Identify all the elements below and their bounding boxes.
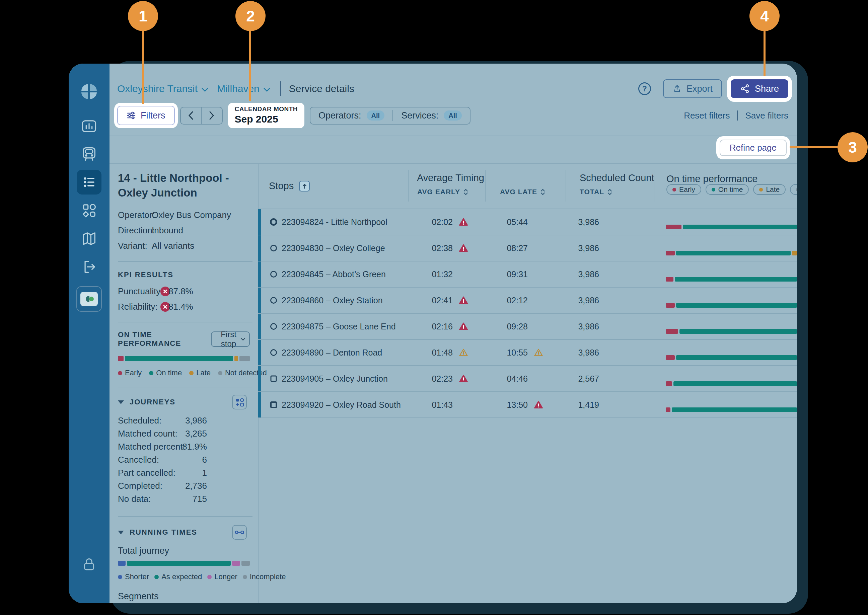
punctuality-value: 87.8% [169,286,193,297]
running-times-heading: RUNNING TIMES [130,528,197,537]
stops-table: Stops Average Timing AVG EARLY AVG LATE [258,163,797,603]
running-times-legend-label: Longer [214,573,237,581]
avg-early-value: 02:23 [409,374,453,384]
save-filters-button[interactable]: Save filters [745,111,788,121]
stat-value: 3,986 [167,415,207,426]
stop-label: 223094920 – Oxley Road South [282,400,401,410]
filter-chip-early[interactable]: Early [667,184,701,195]
arrow-up-icon [302,183,307,189]
avg-late-column-header[interactable]: AVG LATE [500,188,545,196]
journeys-stat-row: Completed:2,736 [118,481,250,494]
sort-icon [607,189,612,195]
operators-value-pill[interactable]: All [367,111,385,120]
journeys-matrix-button[interactable] [232,395,247,409]
logout-icon[interactable] [80,258,98,276]
lock-icon[interactable] [81,556,97,573]
table-row[interactable]: 223094830 – Oxley College02:3808:273,986 [258,235,797,261]
otp-bar-segment-early [118,356,123,361]
chip-label: On time [718,186,743,194]
filter-chip-not_detected[interactable]: Not detected [790,184,797,195]
otp-stop-selector[interactable]: First stop [211,331,250,347]
table-row[interactable]: 223094890 – Denton Road01:4810:553,986 [258,340,797,366]
stop-label: 223094845 – Abbot’s Green [282,270,386,279]
route-title: 14 - Little Northpool - Oxley Junction [118,171,250,200]
journeys-stat-row: No data:715 [118,494,250,507]
breadcrumb-organisation[interactable]: Oxleyshire Transit [117,83,198,94]
breadcrumb-region[interactable]: Millhaven [217,83,259,94]
refine-page-button[interactable]: Refine page [720,140,787,156]
avg-early-value: 01:48 [409,348,453,357]
previous-month-button[interactable] [181,108,202,124]
sidebar-item-services-active[interactable] [76,170,101,195]
total-column-header[interactable]: TOTAL [580,188,612,196]
running-times-header: RUNNING TIMES [118,525,250,540]
reliability-label: Reliability: [118,302,158,312]
avg-timing-group-header: Average Timing [417,172,484,183]
journeys-stat-row: Matched percent:81.9% [118,442,250,455]
punctuality-row: Punctuality: 87.8% [118,286,250,297]
divider [566,170,566,201]
warning-icon-red [459,322,468,331]
row-otp-segment-on_time [679,329,797,334]
otp-heading: ON TIME PERFORMANCE [118,331,211,348]
filter-chip-on_time[interactable]: On time [706,184,749,195]
partner-app-button[interactable] [76,286,102,312]
bar-chart-icon[interactable] [80,117,98,135]
avg-early-warning [459,348,468,357]
avg-late-value: 02:12 [484,296,528,305]
collapse-triangle-icon[interactable] [118,531,124,534]
services-value-pill[interactable]: All [444,111,462,120]
export-button[interactable]: Export [663,80,722,98]
app-logo-icon [78,81,100,102]
calendar-month-selector[interactable]: CALENDAR MONTH Sep 2025 [228,103,305,128]
share-button[interactable]: Share [731,80,788,98]
stops-sort-button[interactable] [299,181,310,192]
row-otp-bar [666,355,797,360]
table-row[interactable]: 223094860 – Oxley Station02:4102:123,986 [258,287,797,314]
running-times-legend-item-longer: Longer [207,573,237,581]
chip-dot-icon [796,188,797,192]
warning-icon-red [534,401,543,409]
stat-label: Scheduled: [118,415,161,426]
partner-app-logo-icon [80,292,98,306]
total-journey-bar-segment-as_expected [127,561,231,566]
chevron-down-icon [201,88,208,92]
row-otp-bar [666,303,797,308]
collapse-triangle-icon[interactable] [118,400,124,404]
legend-dot-icon [118,371,122,375]
scheduled-total-value: 3,986 [556,348,599,357]
row-otp-segment-early [666,407,670,412]
map-icon[interactable] [80,230,98,247]
otp-legend-label: Early [125,368,142,377]
journeys-heading: JOURNEYS [130,398,175,406]
filters-button[interactable]: Filters [117,106,175,125]
row-otp-segment-early [666,225,681,229]
table-row[interactable]: 223094845 – Abbot’s Green01:3209:313,986 [258,261,797,287]
table-row[interactable]: 223094824 - Little Northpool02:0205:443,… [258,209,797,235]
otp-bar-segment-not_detected [239,356,250,361]
stop-label: 223094860 – Oxley Station [282,296,383,305]
avg-late-value: 09:31 [484,270,528,279]
filters-icon [126,111,136,120]
otp-legend-item-late: Late [189,368,211,377]
reset-filters-button[interactable]: Reset filters [684,111,730,121]
scheduled-count-group-header: Scheduled Count [580,172,654,183]
running-times-link-button[interactable] [232,525,247,540]
avg-early-column-header[interactable]: AVG EARLY [417,188,468,196]
avg-late-value: 13:50 [484,400,528,410]
shapes-icon[interactable] [80,201,98,219]
otp-legend-label: On time [156,368,182,377]
avg-late-value: 05:44 [484,217,528,227]
table-row[interactable]: 223094905 – Oxley Junction02:2304:462,56… [258,366,797,392]
row-otp-segment-early [666,303,675,308]
table-row[interactable]: 223094875 – Goose Lane End02:1609:283,98… [258,314,797,340]
divider [737,111,738,120]
next-month-button[interactable] [201,108,222,124]
bus-icon[interactable] [80,145,98,163]
segments-label: Segments [118,591,250,602]
stat-value: 2,736 [167,481,207,491]
row-otp-segment-early [666,355,675,360]
filter-chip-late[interactable]: Late [753,184,785,195]
help-icon[interactable]: ? [638,82,651,95]
table-row[interactable]: 223094920 – Oxley Road South01:4313:501,… [258,392,797,418]
